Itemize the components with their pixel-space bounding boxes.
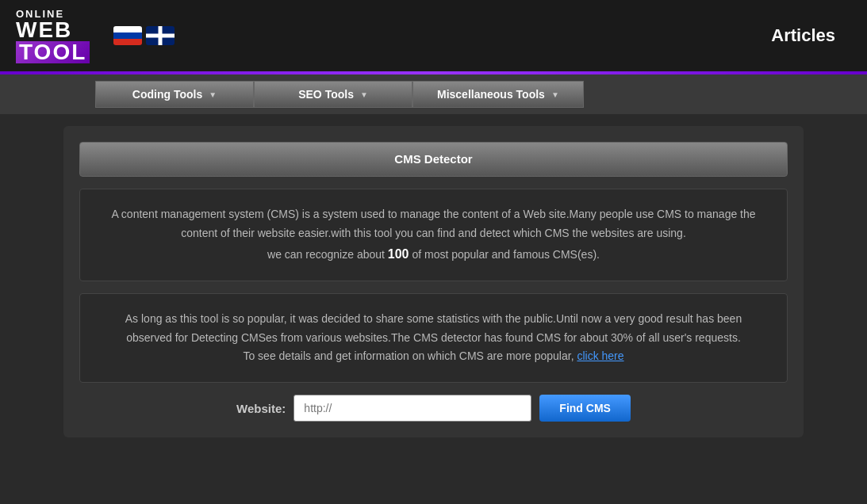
description1-text: A content management system (CMS) is a s… xyxy=(104,205,763,243)
flag-uk[interactable] xyxy=(146,26,175,45)
description1-count: we can recognize about 100 of most popul… xyxy=(104,243,763,265)
description1-suffix: of most popular and famous CMS(es). xyxy=(409,248,600,261)
website-input[interactable] xyxy=(293,395,531,422)
description-box-2: As long as this tool is so popular, it w… xyxy=(79,293,788,383)
seo-tools-label: SEO Tools xyxy=(298,88,354,101)
input-row: Website: Find CMS xyxy=(79,395,788,422)
description-box-1: A content management system (CMS) is a s… xyxy=(79,189,788,281)
tool-title: CMS Detector xyxy=(394,152,472,166)
logo-web: WEB xyxy=(16,19,90,41)
find-cms-button[interactable]: Find CMS xyxy=(539,395,631,422)
seo-tools-dropdown-arrow: ▼ xyxy=(360,90,368,99)
header: ONLINE WEB TOOL Articles xyxy=(0,0,867,71)
logo: ONLINE WEB TOOL xyxy=(16,9,90,63)
coding-tools-dropdown-arrow: ▼ xyxy=(209,90,217,99)
logo-tool: TOOL xyxy=(16,41,90,63)
seo-tools-button[interactable]: SEO Tools ▼ xyxy=(254,81,412,108)
misc-tools-dropdown-arrow: ▼ xyxy=(551,90,559,99)
description1-body: A content management system (CMS) is a s… xyxy=(111,208,755,239)
misc-tools-button[interactable]: Miscellaneous Tools ▼ xyxy=(412,81,584,108)
coding-tools-label: Coding Tools xyxy=(132,88,202,101)
description1-number: 100 xyxy=(388,247,409,261)
flags-container xyxy=(113,26,175,45)
click-here-link[interactable]: click here xyxy=(577,349,623,362)
description2-line2: To see details and get information on wh… xyxy=(104,347,763,366)
main-content: CMS Detector A content management system… xyxy=(63,126,804,437)
navbar: Coding Tools ▼ SEO Tools ▼ Miscellaneous… xyxy=(0,74,867,114)
description1-prefix: we can recognize about xyxy=(267,248,388,261)
tool-title-bar: CMS Detector xyxy=(79,142,788,177)
misc-tools-label: Miscellaneous Tools xyxy=(437,88,545,101)
website-label: Website: xyxy=(236,402,286,415)
flag-russia[interactable] xyxy=(113,26,142,45)
coding-tools-button[interactable]: Coding Tools ▼ xyxy=(95,81,254,108)
articles-link[interactable]: Articles xyxy=(771,25,835,46)
description2-line1: As long as this tool is so popular, it w… xyxy=(104,310,763,348)
description2-line2-text: To see details and get information on wh… xyxy=(243,349,577,362)
